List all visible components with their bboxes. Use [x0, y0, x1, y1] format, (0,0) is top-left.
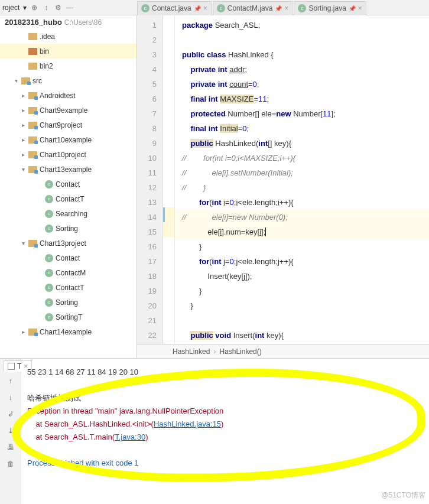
locate-icon[interactable]: ⊕ — [30, 4, 38, 12]
run-config-icon — [8, 363, 15, 370]
tree-item[interactable]: .idea — [0, 29, 136, 44]
chevron-icon[interactable]: ▾ — [13, 77, 19, 84]
code-editor: 12345678910111213141516171819202122 pack… — [137, 15, 429, 358]
close-icon[interactable]: × — [203, 4, 207, 12]
tree-label: ContactM — [56, 269, 86, 277]
code-area[interactable]: 12345678910111213141516171819202122 pack… — [137, 15, 429, 344]
code-line[interactable]: for(int i=0;i<ele.length;i++){ — [175, 195, 429, 210]
breadcrumb[interactable]: HashLinked › HashLinked() — [137, 344, 429, 358]
editor-tab[interactable]: cContactM.java📌× — [213, 1, 293, 15]
pin-icon[interactable]: 📌 — [349, 5, 356, 12]
collapse-icon[interactable]: ↕ — [42, 4, 50, 12]
tree-item[interactable]: ▾Chart13project — [0, 236, 136, 251]
console-error: Exception in thread "main" java.lang.Nul… — [27, 405, 423, 418]
chevron-icon[interactable]: ▸ — [20, 122, 26, 128]
code-line[interactable]: protected Number[] ele=new Number[11]; — [175, 106, 429, 121]
code-line[interactable]: public HashLinked(int[] key){ — [175, 136, 429, 151]
chevron-icon[interactable]: ▸ — [20, 136, 26, 143]
project-root[interactable]: 20182316_hubo C:\Users\86 — [0, 15, 136, 29]
code-lines[interactable]: package Search_ASL;public class HashLink… — [175, 15, 429, 344]
code-line[interactable]: // ele[i].setNumber(Initial); — [175, 165, 429, 180]
editor-tab[interactable]: cSorting.java📌× — [294, 1, 366, 15]
class-icon: c — [298, 4, 306, 12]
folder-icon — [28, 48, 37, 55]
chevron-icon[interactable]: ▸ — [20, 92, 26, 99]
run-toolbar: ↑ ↓ ↲ ⤓ 🖶 🗑 — [0, 359, 21, 504]
code-line[interactable]: ele[i].num=key[i]; — [175, 225, 429, 239]
folder-icon — [28, 107, 37, 114]
tree-item[interactable]: cSortingT — [0, 310, 136, 324]
tree-item[interactable]: ▸Chart10example — [0, 132, 136, 147]
trash-icon[interactable]: 🗑 — [6, 459, 15, 469]
code-line[interactable]: private int count=0; — [175, 77, 429, 92]
code-line[interactable] — [175, 32, 429, 47]
tree-item[interactable]: ▸Chart9project — [0, 118, 136, 132]
tree-item[interactable]: cSorting — [0, 295, 136, 310]
stack-link[interactable]: T.java:30 — [115, 433, 145, 441]
chevron-icon[interactable]: ▾ — [20, 166, 26, 173]
tree-label: Chart10example — [40, 136, 92, 144]
scroll-end-icon[interactable]: ⤓ — [6, 426, 15, 435]
tree-item[interactable]: ▸Chart10project — [0, 147, 136, 162]
tree-item[interactable]: bin2 — [0, 58, 136, 73]
tree-item[interactable]: cContactT — [0, 280, 136, 295]
class-icon: c — [45, 225, 53, 233]
gear-icon[interactable]: ⚙ — [54, 4, 62, 12]
breadcrumb-class[interactable]: HashLinked — [173, 347, 210, 356]
pin-icon[interactable]: 📌 — [275, 5, 282, 12]
folder-icon — [28, 151, 37, 158]
tree-label: src — [32, 77, 42, 85]
code-line[interactable]: for(int j=0;j<ele.length;j++){ — [175, 254, 429, 269]
chevron-icon[interactable]: ▾ — [20, 240, 26, 246]
tree-item[interactable]: ▸Androidtest — [0, 88, 136, 103]
tree-item[interactable]: cContactT — [0, 191, 136, 206]
code-line[interactable]: // } — [175, 180, 429, 195]
code-line[interactable]: Insert(key[j]); — [175, 269, 429, 284]
chevron-down-icon[interactable]: ▾ — [23, 4, 27, 12]
tree-item[interactable]: cContactM — [0, 265, 136, 280]
tab-label: Contact.java — [152, 4, 191, 12]
code-line[interactable] — [175, 313, 429, 328]
console-line: 哈希链地址测试 — [27, 392, 423, 405]
code-line[interactable]: } — [175, 284, 429, 298]
up-arrow-icon[interactable]: ↑ — [6, 376, 15, 386]
tree-label: Contact — [56, 180, 80, 188]
class-icon: c — [45, 313, 53, 321]
close-icon[interactable]: × — [284, 4, 288, 12]
tree-item[interactable]: cSorting — [0, 221, 136, 236]
code-line[interactable]: private int addr; — [175, 62, 429, 77]
tree-item[interactable]: cContact — [0, 251, 136, 265]
hide-icon[interactable]: — — [66, 4, 74, 12]
tree-item[interactable]: bin — [0, 44, 136, 58]
code-line[interactable]: package Search_ASL; — [175, 18, 429, 32]
code-line[interactable]: } — [175, 239, 429, 254]
chevron-icon[interactable]: ▸ — [20, 151, 26, 158]
chevron-icon[interactable]: ▸ — [20, 107, 26, 113]
code-line[interactable]: public class HashLinked { — [175, 47, 429, 62]
tree-item[interactable]: cSearching — [0, 206, 136, 221]
console-line: 55 23 1 14 68 27 11 84 19 20 10 — [27, 366, 423, 379]
code-line[interactable]: final int Initial=0; — [175, 121, 429, 136]
folder-icon — [28, 92, 37, 99]
code-line[interactable]: // for(int i=0;i<MAXSIZE;i++){ — [175, 151, 429, 165]
print-icon[interactable]: 🖶 — [6, 443, 15, 452]
code-line[interactable]: public void Insert(int key){ — [175, 328, 429, 343]
code-line[interactable]: final int MAXSIZE=11; — [175, 92, 429, 106]
tree-item[interactable]: ▾src — [0, 73, 136, 88]
wrap-icon[interactable]: ↲ — [6, 409, 15, 419]
console-output[interactable]: 55 23 1 14 68 27 11 84 19 20 10 哈希链地址测试 … — [21, 359, 429, 504]
code-line[interactable]: } — [175, 298, 429, 313]
editor-tab[interactable]: cContact.java📌× — [137, 1, 212, 15]
chevron-icon[interactable]: ▸ — [20, 329, 26, 335]
code-line[interactable]: // ele[i]=new Number(0); — [175, 210, 429, 225]
breadcrumb-method[interactable]: HashLinked() — [219, 347, 261, 356]
tree-item[interactable]: cContact — [0, 177, 136, 191]
stack-link[interactable]: HashLinked.java:15 — [154, 420, 221, 428]
tree-item[interactable]: ▸Chart14example — [0, 324, 136, 339]
tree-item[interactable]: ▾Chart13example — [0, 162, 136, 177]
console-line — [27, 379, 423, 392]
tree-item[interactable]: ▸Chart9example — [0, 103, 136, 118]
close-icon[interactable]: × — [358, 4, 362, 12]
pin-icon[interactable]: 📌 — [194, 5, 201, 12]
down-arrow-icon[interactable]: ↓ — [6, 393, 15, 402]
